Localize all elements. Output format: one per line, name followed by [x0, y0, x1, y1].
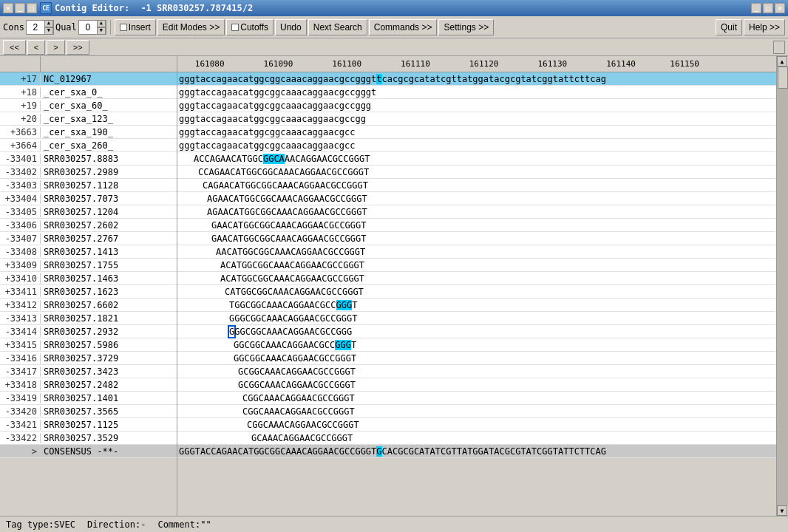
cons-arrows[interactable]: ▲ ▼	[44, 20, 53, 35]
maximize-btn-right[interactable]: □	[763, 3, 773, 13]
pos-cell: -33417	[0, 366, 41, 377]
toolbar: Cons ▲ ▼ Qual ▲ ▼ Insert Edit Modes >> C…	[0, 16, 788, 38]
seq-row: GGGCGGCAAACAGGAACGCCGGGT	[177, 312, 776, 325]
pos-cell: -33403	[0, 180, 41, 191]
insert-checkbox	[120, 24, 127, 31]
pos-cell: -33408	[0, 247, 41, 257]
table-row: -33407SRR030257.2767	[0, 232, 177, 245]
name-header	[41, 56, 177, 72]
table-row: +18_cer_sxa_0_	[0, 86, 177, 99]
comment: Comment:""	[157, 519, 211, 530]
seq-row: GCAAACAGGAACGCCGGGT	[177, 432, 776, 445]
seq-row: GCGGCAAACAGGAACGCCGGGT	[177, 378, 776, 392]
table-row: >CONSENSUS -**-	[0, 445, 177, 458]
table-row: -33403SRR030257.1128	[0, 179, 177, 192]
first-button[interactable]: <<	[3, 40, 26, 55]
name-cell: SRR030257.1128	[41, 180, 177, 191]
close-btn-right[interactable]: ×	[775, 3, 785, 13]
seq-row: gggtaccagaacatggcggcaaacaggaacgcc	[177, 126, 776, 139]
seq-row: AACATGGCGGCAAACAGGAACGCCGGGT	[177, 245, 776, 259]
table-row: +3663_cer_sxa_190_	[0, 126, 177, 139]
seq-row: AGAACATGGCGGCAAACAGGAACGCCGGGT	[177, 205, 776, 219]
cons-value[interactable]	[27, 22, 44, 33]
scroll-up-button[interactable]: ▲	[777, 56, 787, 66]
cutoffs-checkbox	[231, 24, 239, 31]
right-scroll-button[interactable]	[773, 41, 785, 54]
seq-row: CCAGAACATGGCGGCAAACAGGAACGCCGGGT	[177, 166, 776, 179]
scroll-thumb[interactable]	[778, 66, 788, 89]
seq-row: TGGCGGCAAACAGGAACGCCGGGT	[177, 299, 776, 312]
cutoffs-button[interactable]: Cutoffs	[226, 19, 274, 35]
prev-button[interactable]: <	[27, 40, 45, 55]
next-search-button[interactable]: Next Search	[308, 19, 367, 35]
maximize-button[interactable]: □	[27, 3, 37, 13]
pos-cell: +33409	[0, 260, 41, 270]
qual-label: Qual	[55, 22, 77, 33]
next-button[interactable]: >	[47, 40, 64, 55]
cons-down-arrow[interactable]: ▼	[44, 27, 53, 35]
seq-row: GCGGCAAACAGGAACGCCGGGT	[177, 365, 776, 378]
pos-cell: +20	[0, 114, 41, 124]
pos-cell: +33415	[0, 340, 41, 350]
minimize-btn-right[interactable]: _	[751, 3, 761, 13]
qual-spinbox[interactable]: ▲ ▼	[78, 20, 106, 35]
seq-row: GAACATGGCGGCAAACAGGAACGCCGGGT	[177, 219, 776, 232]
quit-button[interactable]: Quit	[716, 19, 742, 35]
window-controls[interactable]: × _ □	[3, 3, 37, 13]
qual-up-arrow[interactable]: ▲	[97, 20, 106, 27]
right-rows: gggtaccagaacatggcggcaaacaggaacgccgggttca…	[177, 72, 776, 516]
seq-row: GAACATGGCGGCAAACAGGAACGCCGGGT	[177, 232, 776, 245]
seq-row: gggtaccagaacatggcggcaaacaggaacgccggg	[177, 99, 776, 112]
qual-down-arrow[interactable]: ▼	[97, 27, 106, 35]
pos-cell: -33401	[0, 154, 41, 164]
seq-row: GGCGGCAAACAGGAACGCCGGGT	[177, 338, 776, 352]
title-bar-left: × _ □ CE Contig Editor: -1 SRR030257.787…	[3, 2, 253, 14]
qual-value[interactable]	[79, 22, 97, 33]
name-cell: SRR030257.8883	[41, 154, 177, 164]
pos-cell: +33418	[0, 380, 41, 390]
cons-label: Cons	[3, 22, 24, 33]
table-row: -33417SRR030257.3423	[0, 365, 177, 378]
table-row: +33412SRR030257.6602	[0, 299, 177, 312]
app-icon: CE	[40, 2, 52, 14]
name-cell: _cer_sxa_0_	[41, 87, 177, 98]
ruler: 161080 161090 161100 161110 161120 16113…	[177, 56, 776, 72]
tag-type: Tag type:SVEC	[6, 519, 75, 530]
name-cell: SRR030257.1125	[41, 420, 177, 430]
name-cell: SRR030257.7073	[41, 194, 177, 204]
seq-row: CGGCAAACAGGAACGCCGGGT	[177, 418, 776, 432]
undo-button[interactable]: Undo	[275, 19, 307, 35]
name-cell: SRR030257.1463	[41, 273, 177, 284]
vertical-scrollbar[interactable]: ▲ ▼	[776, 56, 788, 516]
insert-button[interactable]: Insert	[115, 19, 156, 35]
last-button[interactable]: >>	[67, 40, 89, 55]
name-cell: SRR030257.1204	[41, 207, 177, 217]
qual-arrows[interactable]: ▲ ▼	[97, 20, 106, 35]
seq-row: ACATGGCGGCAAACAGGAACGCCGGGT	[177, 272, 776, 285]
seq-row: CATGGCGGCAAACAGGAACGCCGGGT	[177, 285, 776, 299]
window-controls-right[interactable]: _ □ ×	[751, 3, 785, 13]
pos-cell: >	[0, 446, 41, 457]
edit-modes-button[interactable]: Edit Modes >>	[157, 19, 225, 35]
help-button[interactable]: Help >>	[744, 19, 785, 35]
seq-row: GGGTACCAGAACATGGCGGCAAACAGGAACGCCGGGTGCA…	[177, 445, 776, 458]
scroll-down-button[interactable]: ▼	[777, 505, 787, 516]
pos-cell: -33416	[0, 353, 41, 364]
table-row: -33420SRR030257.3565	[0, 405, 177, 418]
cons-spinbox[interactable]: ▲ ▼	[26, 20, 54, 35]
table-row: -33406SRR030257.2602	[0, 219, 177, 232]
name-cell: SRR030257.2482	[41, 380, 177, 390]
close-button[interactable]: ×	[3, 3, 13, 13]
pos-cell: +17	[0, 74, 41, 84]
scroll-track[interactable]	[777, 66, 788, 505]
settings-button[interactable]: Settings >>	[438, 19, 494, 35]
minimize-button[interactable]: _	[15, 3, 25, 13]
cons-up-arrow[interactable]: ▲	[44, 20, 53, 27]
commands-button[interactable]: Commands >>	[369, 19, 438, 35]
left-header	[0, 56, 177, 72]
name-cell: SRR030257.1821	[41, 313, 177, 324]
table-row: +20_cer_sxa_123_	[0, 112, 177, 126]
name-cell: SRR030257.1623	[41, 287, 177, 297]
seq-row: CGGCAAACAGGAACGCCGGGT	[177, 405, 776, 418]
pos-cell: +33412	[0, 300, 41, 310]
